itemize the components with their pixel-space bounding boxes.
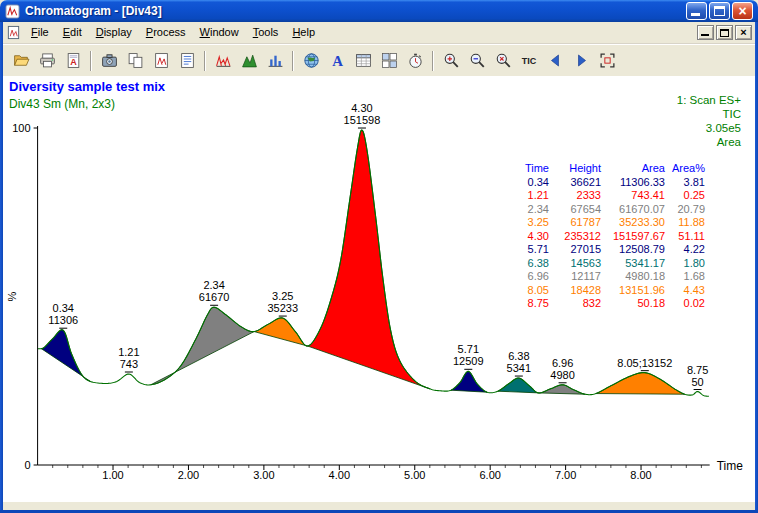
app-icon — [5, 4, 20, 19]
peak-table-row: 3.256178735233.3011.88 — [503, 216, 705, 230]
peak-table-cell: 151597.67 — [601, 230, 665, 244]
peak-table-cell: 11.88 — [665, 216, 705, 230]
peak-area-label: 151598 — [344, 114, 381, 126]
snapshot-button[interactable] — [97, 49, 121, 73]
browse-button[interactable] — [299, 49, 323, 73]
maximize-button[interactable] — [709, 2, 730, 20]
peak-table-cell: 1.68 — [665, 270, 705, 284]
child-restore-button[interactable] — [716, 25, 733, 40]
peak-time-label: 3.25 — [272, 290, 293, 302]
previous-button[interactable] — [543, 49, 567, 73]
menu-edit[interactable]: Edit — [56, 24, 89, 41]
annotate-button[interactable]: A — [325, 49, 349, 73]
peak-fill — [308, 130, 430, 389]
copy-chromatogram-button[interactable] — [149, 49, 173, 73]
minimize-icon — [691, 13, 700, 16]
tile-windows-button[interactable] — [377, 49, 401, 73]
toolbar: AATIC — [3, 44, 755, 76]
peak-list-button[interactable] — [351, 49, 375, 73]
peak-table-cell: 3.81 — [665, 176, 705, 190]
map-view-button[interactable] — [263, 49, 287, 73]
y-axis-title: % — [6, 291, 18, 301]
zoom-in-icon — [443, 52, 460, 69]
right-arrow-icon — [573, 52, 590, 69]
menu-window[interactable]: Window — [193, 24, 246, 41]
peak-table-cell: 4.22 — [665, 243, 705, 257]
peak-table-cell: 61670.07 — [601, 203, 665, 217]
print-preview-icon: A — [65, 52, 82, 69]
peak-table-cell: 14563 — [549, 257, 601, 271]
peak-fill — [498, 378, 539, 393]
peak-table-cell: 13151.96 — [601, 284, 665, 298]
peak-time-label: 5.71 — [458, 343, 479, 355]
peak-time-label: 0.34 — [53, 302, 74, 314]
copy-icon — [127, 52, 144, 69]
peak-table-header: Height — [549, 162, 601, 176]
peak-table-cell: 2.34 — [503, 203, 549, 217]
child-close-button[interactable]: × — [735, 25, 752, 40]
map-icon — [267, 52, 284, 69]
real-time-update-button[interactable] — [403, 49, 427, 73]
menu-display[interactable]: Display — [89, 24, 139, 41]
peak-fill — [538, 385, 585, 394]
toolbar-separator — [292, 51, 294, 71]
peak-table-row: 1.212333743.410.25 — [503, 189, 705, 203]
grid-icon — [355, 52, 372, 69]
chart-subtitle: Div43 Sm (Mn, 2x3) — [9, 97, 115, 111]
title-bar: Chromatogram - [Div43] × — [0, 0, 758, 22]
menu-help[interactable]: Help — [285, 24, 322, 41]
x-tick-label: 5.00 — [404, 469, 425, 481]
svg-text:A: A — [332, 53, 343, 69]
child-minimize-icon — [701, 34, 709, 36]
peak-fill — [41, 330, 90, 382]
zoom-in-button[interactable] — [439, 49, 463, 73]
chart-title: Diversity sample test mix — [9, 79, 165, 94]
autoscale-button[interactable] — [595, 49, 619, 73]
menu-tools[interactable]: Tools — [246, 24, 286, 41]
document-icon[interactable] — [6, 25, 24, 40]
zoom-reset-button[interactable] — [491, 49, 515, 73]
toolbar-separator — [204, 51, 206, 71]
svg-text:A: A — [70, 57, 77, 67]
open-folder-icon — [13, 52, 30, 69]
globe-icon — [303, 52, 320, 69]
peak-table-cell: 2333 — [549, 189, 601, 203]
peak-table-row: 5.712701512508.794.22 — [503, 243, 705, 257]
peak-table-cell: 4.30 — [503, 230, 549, 244]
status-bar — [3, 501, 755, 510]
peak-table-cell: 11306.33 — [601, 176, 665, 190]
peak-table: TimeHeightAreaArea%0.343662111306.333.81… — [503, 162, 705, 311]
peak-table-cell: 0.02 — [665, 297, 705, 311]
expand-icon — [599, 52, 616, 69]
peak-table-cell: 235312 — [549, 230, 601, 244]
windows-icon — [381, 52, 398, 69]
window-title: Chromatogram - [Div43] — [25, 4, 684, 18]
scan-info-line: 3.05e5 — [677, 121, 741, 135]
copy-list-button[interactable] — [175, 49, 199, 73]
peak-table-cell: 35233.30 — [601, 216, 665, 230]
spectrum-view-button[interactable] — [237, 49, 261, 73]
open-file-button[interactable] — [9, 49, 33, 73]
tic-button[interactable]: TIC — [517, 49, 541, 73]
peak-table-row: 0.343662111306.333.81 — [503, 176, 705, 190]
next-button[interactable] — [569, 49, 593, 73]
peak-table-cell: 0.25 — [665, 189, 705, 203]
peak-time-label: 4.30 — [351, 102, 372, 114]
print-preview-button[interactable]: A — [61, 49, 85, 73]
chromatogram-view-button[interactable] — [211, 49, 235, 73]
close-button[interactable]: × — [732, 2, 753, 20]
copy-button[interactable] — [123, 49, 147, 73]
peak-table-cell: 6.38 — [503, 257, 549, 271]
minimize-button[interactable] — [686, 2, 707, 20]
print-button[interactable] — [35, 49, 59, 73]
app-window: Chromatogram - [Div43] × FileEditDisplay… — [0, 0, 758, 513]
peak-table-cell: 27015 — [549, 243, 601, 257]
child-close-icon: × — [740, 27, 746, 38]
menu-file[interactable]: File — [24, 24, 56, 41]
child-minimize-button[interactable] — [697, 25, 714, 40]
menu-process[interactable]: Process — [139, 24, 193, 41]
peak-table-cell: 12508.79 — [601, 243, 665, 257]
x-tick-label: 8.00 — [630, 469, 651, 481]
peak-table-cell: 18428 — [549, 284, 601, 298]
zoom-out-button[interactable] — [465, 49, 489, 73]
